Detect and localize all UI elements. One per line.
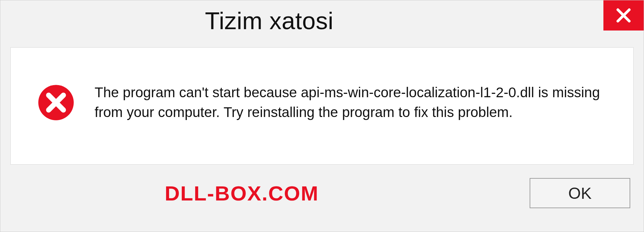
- dialog-title: Tizim xatosi: [205, 7, 333, 35]
- close-button[interactable]: [603, 0, 644, 31]
- footer: DLL-BOX.COM OK: [0, 175, 644, 218]
- close-icon: [615, 7, 632, 24]
- titlebar: Tizim xatosi: [0, 0, 644, 41]
- error-message: The program can't start because api-ms-w…: [95, 83, 606, 122]
- watermark-text: DLL-BOX.COM: [165, 181, 319, 205]
- content-box: The program can't start because api-ms-w…: [10, 47, 634, 165]
- error-icon: [38, 84, 74, 121]
- ok-button[interactable]: OK: [530, 178, 630, 208]
